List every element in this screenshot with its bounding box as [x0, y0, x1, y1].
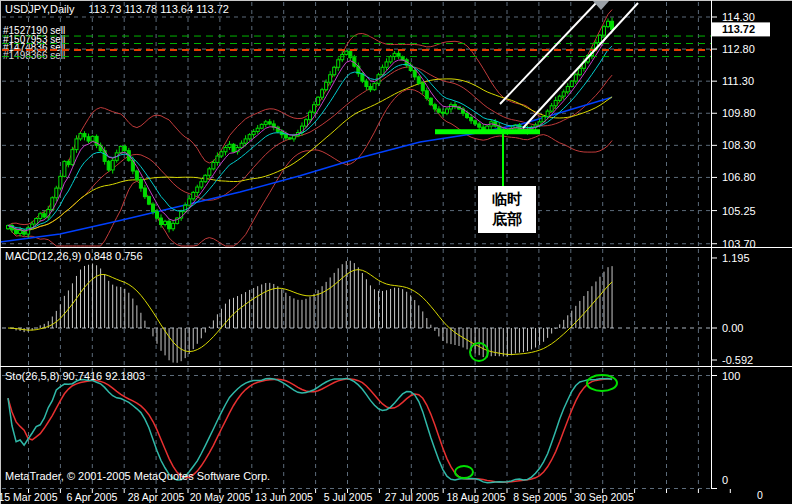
svg-text:106.80: 106.80	[722, 171, 756, 183]
svg-text:111.30: 111.30	[722, 75, 754, 87]
svg-text:105.25: 105.25	[722, 205, 756, 217]
svg-text:18 Aug 2005: 18 Aug 2005	[447, 491, 506, 503]
svg-text:15 Mar 2005: 15 Mar 2005	[0, 491, 58, 503]
svg-text:6 Apr 2005: 6 Apr 2005	[67, 491, 118, 503]
svg-text:112.80: 112.80	[722, 43, 755, 55]
svg-text:0: 0	[757, 489, 763, 501]
trend-channel	[500, 2, 638, 128]
annotation-line2: 底部	[478, 209, 536, 229]
svg-text:20 May 2005: 20 May 2005	[190, 491, 251, 503]
sto-circle-annotation	[587, 375, 617, 391]
svg-text:108.30: 108.30	[722, 139, 756, 151]
svg-text:8 Sep 2005: 8 Sep 2005	[513, 491, 567, 503]
stochastic-panel	[8, 375, 617, 483]
grid-lines	[2, 2, 711, 489]
support-line	[435, 132, 540, 188]
svg-text:0: 0	[722, 474, 728, 486]
svg-text:0.00: 0.00	[722, 322, 743, 334]
svg-text:13 Jun 2005: 13 Jun 2005	[255, 491, 313, 503]
sto-axis: 1000	[711, 370, 740, 489]
svg-text:100: 100	[722, 370, 740, 382]
sto-circle-annotation	[455, 466, 473, 478]
svg-text:28 Apr 2005: 28 Apr 2005	[128, 491, 185, 503]
svg-text:30 Sep 2005: 30 Sep 2005	[574, 491, 634, 503]
svg-text:-0.592: -0.592	[722, 354, 753, 366]
annotation-line1: 临时	[478, 189, 536, 209]
stochastic-indicator-label: Sto(26,5,8) 90.7416 92.1803	[5, 370, 145, 382]
svg-text:103.70: 103.70	[722, 238, 756, 250]
price-axis: 114.30112.80111.30109.80108.30106.80105.…	[711, 11, 770, 250]
copyright-text: MetaTrader, © 2001-2005 MetaQuotes Softw…	[5, 470, 270, 482]
svg-text:5 Jul 2005: 5 Jul 2005	[324, 491, 373, 503]
annotation-box: 临时 底部	[478, 186, 536, 233]
macd-axis: 1.1950.00-0.592	[711, 252, 753, 366]
svg-text:1.195: 1.195	[722, 252, 750, 264]
triangle-marker	[593, 1, 609, 10]
macd-indicator-label: MACD(12,26,9) 0.848 0.756	[5, 250, 143, 262]
svg-text:27 Jul 2005: 27 Jul 2005	[385, 491, 439, 503]
chart-window: 114.30112.80111.30109.80108.30106.80105.…	[0, 0, 792, 504]
svg-text:113.72: 113.72	[722, 23, 755, 35]
date-axis: 15 Mar 20056 Apr 200528 Apr 200520 May 2…	[0, 489, 763, 503]
svg-text:109.80: 109.80	[722, 107, 756, 119]
macd-panel	[8, 261, 612, 363]
svg-text:114.30: 114.30	[722, 11, 755, 23]
